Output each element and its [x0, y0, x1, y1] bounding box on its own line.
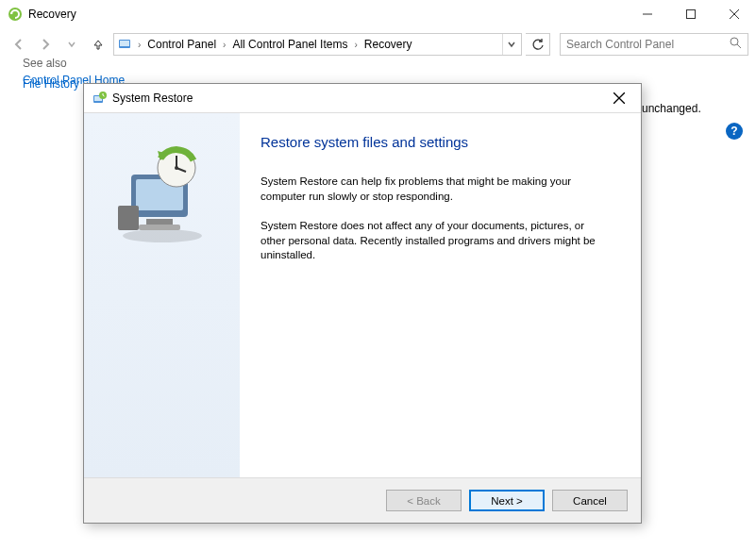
minimize-button[interactable] — [626, 0, 669, 28]
system-restore-dialog: System Restore — [83, 83, 642, 524]
next-button[interactable]: Next > — [469, 490, 545, 511]
svg-rect-17 — [146, 219, 173, 225]
nav-forward-button[interactable] — [34, 33, 57, 56]
see-also-label: See also — [23, 57, 67, 70]
breadcrumb-item[interactable]: Recovery — [362, 38, 414, 51]
dialog-paragraph: System Restore does not affect any of yo… — [260, 219, 600, 263]
nav-back-button[interactable] — [8, 33, 30, 56]
search-input[interactable]: Search Control Panel — [560, 33, 748, 56]
dialog-paragraph: System Restore can help fix problems tha… — [260, 175, 600, 204]
explorer-toolbar: › Control Panel › All Control Panel Item… — [0, 28, 756, 60]
svg-point-23 — [175, 166, 178, 170]
svg-point-7 — [731, 38, 738, 45]
window-titlebar: Recovery — [0, 0, 756, 28]
chevron-right-icon: › — [223, 40, 226, 50]
refresh-button[interactable] — [526, 33, 550, 56]
chevron-right-icon: › — [138, 40, 141, 50]
dialog-sidebar — [84, 113, 240, 477]
system-restore-icon — [92, 91, 107, 106]
window-title: Recovery — [28, 8, 626, 21]
address-dropdown-icon[interactable] — [502, 34, 519, 55]
help-icon[interactable]: ? — [726, 123, 743, 140]
control-panel-icon — [116, 36, 133, 53]
maximize-button[interactable] — [669, 0, 713, 28]
svg-rect-18 — [139, 225, 180, 230]
svg-point-14 — [123, 229, 202, 242]
chevron-right-icon: › — [354, 40, 357, 50]
window-controls — [626, 0, 756, 28]
dialog-title: System Restore — [112, 92, 605, 105]
back-button: < Back — [386, 490, 462, 511]
svg-line-8 — [737, 44, 741, 48]
search-placeholder: Search Control Panel — [566, 38, 674, 51]
breadcrumb-item[interactable]: All Control Panel Items — [230, 38, 349, 51]
dialog-heading: Restore system files and settings — [260, 134, 614, 150]
file-history-link[interactable]: File History — [23, 77, 79, 91]
system-restore-graphic-icon — [110, 142, 214, 248]
recovery-app-icon — [8, 7, 23, 22]
dialog-body: Restore system files and settings System… — [84, 112, 641, 477]
breadcrumb-item[interactable]: Control Panel — [145, 38, 218, 51]
close-button[interactable] — [713, 0, 756, 28]
address-bar[interactable]: › Control Panel › All Control Panel Item… — [113, 33, 522, 56]
svg-rect-2 — [687, 10, 696, 19]
dialog-titlebar[interactable]: System Restore — [84, 84, 641, 112]
cancel-button[interactable]: Cancel — [552, 490, 628, 511]
nav-up-button[interactable] — [87, 33, 109, 56]
dialog-main: Restore system files and settings System… — [240, 113, 641, 477]
nav-recent-dropdown[interactable] — [60, 33, 83, 56]
search-icon — [730, 37, 742, 52]
svg-rect-6 — [120, 41, 129, 46]
dialog-close-button[interactable] — [605, 84, 633, 112]
dialog-footer: < Back Next > Cancel — [84, 477, 641, 523]
svg-rect-19 — [118, 206, 139, 230]
